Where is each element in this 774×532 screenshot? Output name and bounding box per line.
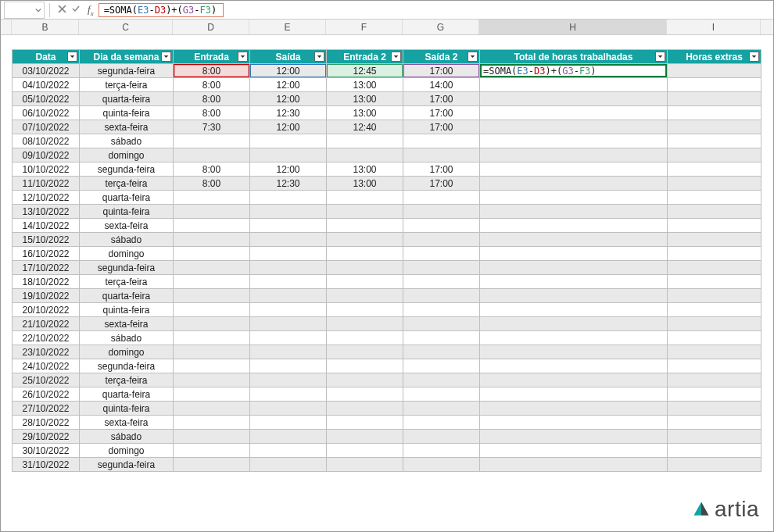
cell[interactable]: 16/10/2022	[13, 247, 80, 261]
cell[interactable]	[480, 261, 668, 275]
cell[interactable]	[403, 289, 480, 303]
cell[interactable]	[250, 416, 327, 430]
cell[interactable]	[174, 148, 250, 162]
th-saida[interactable]: Saída	[250, 50, 327, 64]
cell[interactable]	[250, 219, 327, 233]
cell[interactable]: 10/10/2022	[13, 162, 80, 177]
cell[interactable]: 17:00	[403, 120, 480, 134]
cell[interactable]: 12:00	[250, 78, 327, 92]
cell[interactable]	[327, 233, 403, 247]
cell[interactable]	[480, 444, 668, 458]
cell[interactable]: quinta-feira	[80, 205, 174, 219]
filter-icon[interactable]	[238, 52, 248, 62]
cell[interactable]	[480, 387, 668, 402]
cell[interactable]	[480, 402, 668, 416]
insert-function-button[interactable]: fx	[83, 3, 99, 17]
cell[interactable]: 17:00	[403, 162, 480, 177]
cell[interactable]	[403, 303, 480, 317]
cell[interactable]: 25/10/2022	[13, 373, 80, 387]
cell[interactable]	[480, 317, 668, 331]
cell[interactable]	[403, 148, 480, 162]
cell[interactable]	[668, 444, 761, 458]
cell[interactable]	[174, 247, 250, 261]
cell[interactable]	[174, 317, 250, 331]
cell[interactable]	[327, 219, 403, 233]
cell[interactable]: 21/10/2022	[13, 317, 80, 331]
cell[interactable]: 28/10/2022	[13, 416, 80, 430]
cell[interactable]	[480, 275, 668, 289]
cell[interactable]	[174, 191, 250, 205]
cell[interactable]	[250, 233, 327, 247]
cell[interactable]: quinta-feira	[80, 303, 174, 317]
cell[interactable]	[668, 106, 761, 120]
cell[interactable]	[480, 134, 668, 148]
cell[interactable]	[327, 345, 403, 359]
cell[interactable]: segunda-feira	[80, 64, 174, 78]
cell[interactable]	[668, 331, 761, 345]
name-box[interactable]	[4, 2, 45, 19]
cell[interactable]: 8:00	[174, 162, 250, 177]
cell[interactable]: segunda-feira	[80, 458, 174, 472]
cell[interactable]	[403, 430, 480, 444]
cell[interactable]	[668, 430, 761, 444]
cell[interactable]: 18/10/2022	[13, 275, 80, 289]
filter-icon[interactable]	[161, 52, 171, 62]
cell[interactable]	[668, 345, 761, 359]
active-cell[interactable]: =SOMA(E3-D3)+(G3-F3)	[480, 64, 668, 78]
cell[interactable]	[174, 359, 250, 373]
cell[interactable]	[668, 120, 761, 134]
filter-icon[interactable]	[391, 52, 401, 62]
cell[interactable]	[403, 317, 480, 331]
cell[interactable]: quinta-feira	[80, 402, 174, 416]
cell[interactable]	[403, 275, 480, 289]
cell[interactable]	[480, 205, 668, 219]
cell[interactable]: quarta-feira	[80, 92, 174, 106]
cell[interactable]	[668, 78, 761, 92]
cell[interactable]: 12/10/2022	[13, 191, 80, 205]
cell[interactable]	[174, 416, 250, 430]
cell[interactable]	[403, 191, 480, 205]
cell[interactable]	[174, 275, 250, 289]
cell[interactable]	[668, 303, 761, 317]
cell[interactable]	[250, 205, 327, 219]
cell[interactable]: terça-feira	[80, 177, 174, 191]
col-header-G[interactable]: G	[403, 20, 479, 34]
cell[interactable]	[327, 191, 403, 205]
cell[interactable]	[250, 134, 327, 148]
cell[interactable]	[668, 261, 761, 275]
cancel-button[interactable]	[55, 5, 69, 16]
cell[interactable]	[403, 359, 480, 373]
cell[interactable]: 24/10/2022	[13, 359, 80, 373]
cell[interactable]	[327, 289, 403, 303]
cell[interactable]	[327, 416, 403, 430]
col-header-B[interactable]: B	[12, 20, 79, 34]
cell[interactable]	[250, 444, 327, 458]
cell[interactable]	[668, 317, 761, 331]
cell[interactable]	[327, 387, 403, 402]
cell[interactable]: 8:00	[174, 64, 250, 78]
cell[interactable]	[250, 345, 327, 359]
cell[interactable]	[668, 148, 761, 162]
cell[interactable]	[174, 233, 250, 247]
cell[interactable]	[250, 261, 327, 275]
cell[interactable]: terça-feira	[80, 373, 174, 387]
cell[interactable]	[250, 373, 327, 387]
cell[interactable]	[327, 148, 403, 162]
cell[interactable]: domingo	[80, 247, 174, 261]
cell[interactable]	[250, 247, 327, 261]
cell[interactable]: 12:30	[250, 177, 327, 191]
cell[interactable]: 8:00	[174, 177, 250, 191]
cell[interactable]	[668, 359, 761, 373]
filter-icon[interactable]	[468, 52, 478, 62]
cell[interactable]: 08/10/2022	[13, 134, 80, 148]
th-data[interactable]: Data	[13, 50, 80, 64]
col-header-I[interactable]: I	[667, 20, 761, 34]
cell[interactable]	[480, 106, 668, 120]
cell[interactable]: 13:00	[327, 92, 403, 106]
th-dia[interactable]: Dia da semana	[80, 50, 174, 64]
cell[interactable]	[480, 120, 668, 134]
cell[interactable]: 27/10/2022	[13, 402, 80, 416]
cell[interactable]: 17:00	[403, 106, 480, 120]
cell[interactable]: 17:00	[403, 92, 480, 106]
cell[interactable]	[250, 387, 327, 402]
